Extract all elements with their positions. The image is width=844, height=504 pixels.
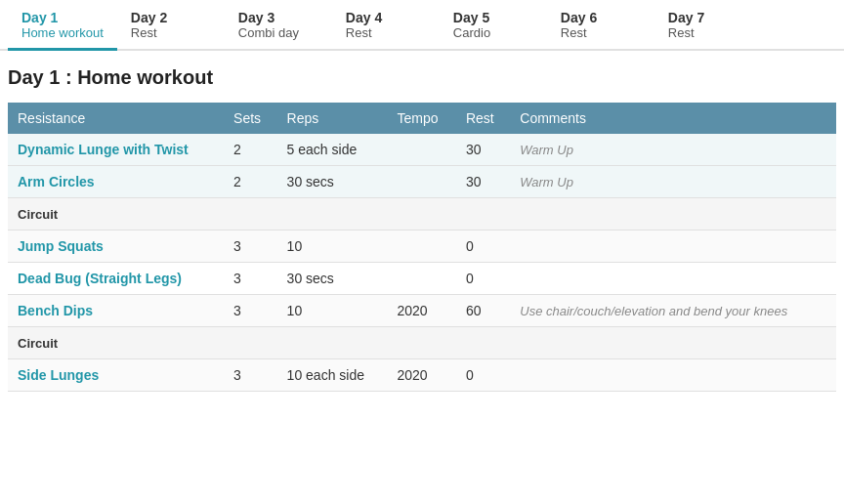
table-row: Dynamic Lunge with Twist25 each side30Wa… [8, 134, 836, 166]
col-header-resistance: Resistance [8, 103, 224, 134]
tab-day6[interactable]: Day 6Rest [547, 0, 654, 51]
exercise-name[interactable]: Bench Dips [8, 295, 224, 327]
col-header-reps: Reps [277, 103, 388, 134]
table-row: Arm Circles230 secs30Warm Up [8, 166, 836, 198]
tempo-value [387, 263, 455, 295]
col-header-sets: Sets [224, 103, 277, 134]
sets-value: 2 [224, 166, 277, 198]
tab-sub: Combi day [238, 25, 318, 40]
tab-sub: Rest [131, 25, 211, 40]
tempo-value: 2020 [387, 359, 455, 392]
tab-day1[interactable]: Day 1Home workout [8, 0, 117, 51]
tab-label: Day 1 [21, 10, 104, 25]
comment-value [510, 231, 836, 263]
reps-value: 10 [277, 231, 388, 263]
tab-day2[interactable]: Day 2Rest [117, 0, 225, 51]
sets-value: 3 [224, 263, 277, 295]
tab-sub: Cardio [453, 25, 533, 40]
circuit-label: Circuit [8, 198, 836, 231]
sets-value: 2 [224, 134, 277, 166]
tempo-value [387, 134, 455, 166]
comment-value [510, 359, 836, 392]
comment-value: Warm Up [510, 166, 836, 198]
rest-value: 30 [456, 134, 510, 166]
tab-label: Day 3 [238, 10, 318, 25]
tab-label: Day 7 [668, 10, 748, 25]
reps-value: 5 each side [277, 134, 388, 166]
table-row: Dead Bug (Straight Legs)330 secs0 [8, 263, 836, 295]
rest-value: 0 [456, 231, 510, 263]
sets-value: 3 [224, 359, 277, 392]
tab-day7[interactable]: Day 7Rest [654, 0, 762, 51]
table-row: Side Lunges310 each side20200 [8, 359, 836, 392]
day-tabs-container: Day 1Home workoutDay 2RestDay 3Combi day… [0, 0, 844, 51]
reps-value: 30 secs [277, 166, 388, 198]
tab-sub: Rest [561, 25, 641, 40]
tab-day4[interactable]: Day 4Rest [332, 0, 440, 51]
tab-label: Day 5 [453, 10, 533, 25]
circuit-header-row: Circuit [8, 198, 836, 231]
comment-value: Use chair/couch/elevation and bend your … [510, 295, 836, 327]
comment-value [510, 263, 836, 295]
tab-sub: Rest [346, 25, 426, 40]
col-header-rest: Rest [456, 103, 510, 134]
table-row: Bench Dips310202060Use chair/couch/eleva… [8, 295, 836, 327]
workout-table: ResistanceSetsRepsTempoRestComments Dyna… [8, 103, 836, 392]
circuit-label: Circuit [8, 327, 836, 359]
tempo-value [387, 231, 455, 263]
rest-value: 30 [456, 166, 510, 198]
exercise-name[interactable]: Dead Bug (Straight Legs) [8, 263, 224, 295]
tab-day3[interactable]: Day 3Combi day [225, 0, 332, 51]
exercise-name[interactable]: Arm Circles [8, 166, 224, 198]
tab-day5[interactable]: Day 5Cardio [440, 0, 547, 51]
rest-value: 60 [456, 295, 510, 327]
sets-value: 3 [224, 295, 277, 327]
reps-value: 10 each side [277, 359, 388, 392]
tempo-value [387, 166, 455, 198]
rest-value: 0 [456, 263, 510, 295]
reps-value: 10 [277, 295, 388, 327]
reps-value: 30 secs [277, 263, 388, 295]
tempo-value: 2020 [387, 295, 455, 327]
col-header-comments: Comments [510, 103, 836, 134]
tab-label: Day 4 [346, 10, 426, 25]
page-title: Day 1 : Home workout [8, 66, 836, 89]
tab-label: Day 6 [561, 10, 641, 25]
tab-sub: Home workout [21, 25, 104, 40]
circuit-header-row: Circuit [8, 327, 836, 359]
rest-value: 0 [456, 359, 510, 392]
tab-sub: Rest [668, 25, 748, 40]
comment-value: Warm Up [510, 134, 836, 166]
exercise-name[interactable]: Side Lunges [8, 359, 224, 392]
exercise-name[interactable]: Jump Squats [8, 231, 224, 263]
table-row: Jump Squats3100 [8, 231, 836, 263]
tab-label: Day 2 [131, 10, 211, 25]
exercise-name[interactable]: Dynamic Lunge with Twist [8, 134, 224, 166]
col-header-tempo: Tempo [387, 103, 455, 134]
sets-value: 3 [224, 231, 277, 263]
